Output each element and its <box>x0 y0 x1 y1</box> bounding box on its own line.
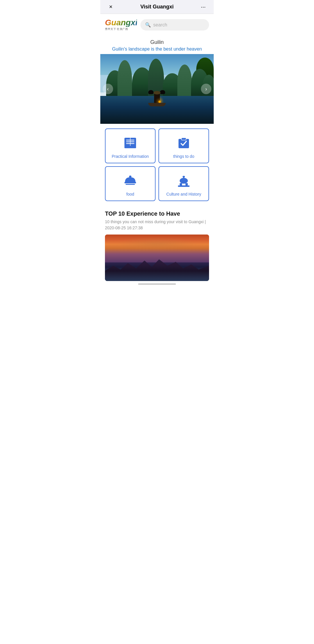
category-label-culture-history: Culture and History <box>166 192 201 196</box>
city-info: Guilin Guilin's landscape is the best un… <box>100 35 214 54</box>
svg-rect-10 <box>181 138 186 140</box>
category-grid: Practical Information things to do <box>100 124 214 206</box>
checklist-icon <box>176 135 192 151</box>
top10-subtitle: 10 things you can not miss during your v… <box>105 219 209 231</box>
search-bar[interactable]: 🔍 search <box>140 19 209 31</box>
search-icon: 🔍 <box>145 22 151 28</box>
city-name: Guilin <box>105 39 209 45</box>
home-indicator <box>100 281 214 286</box>
nav-bar: × Visit Guangxi ··· <box>100 0 214 14</box>
header: Guangxi 秀甲天下 壮美广西 🔍 search <box>100 14 214 35</box>
category-card-practical-info[interactable]: Practical Information <box>105 128 156 163</box>
svg-rect-1 <box>124 146 136 148</box>
logo-text: Guangxi <box>105 19 137 27</box>
svg-rect-12 <box>124 182 136 183</box>
svg-point-11 <box>129 176 131 178</box>
logo: Guangxi 秀甲天下 壮美广西 <box>105 19 137 31</box>
home-bar <box>138 283 176 285</box>
svg-rect-13 <box>126 184 135 185</box>
category-card-culture-history[interactable]: Culture and History <box>158 166 209 201</box>
top10-title: TOP 10 Experience to Have <box>105 210 209 217</box>
category-label-practical-info: Practical Information <box>112 154 149 159</box>
logo-subtitle: 秀甲天下 壮美广西 <box>105 27 137 31</box>
svg-point-18 <box>183 176 185 178</box>
top10-image[interactable] <box>105 235 209 281</box>
category-label-food: food <box>126 192 134 196</box>
top10-section: TOP 10 Experience to Have 10 things you … <box>100 206 214 281</box>
category-card-things-to-do[interactable]: things to do <box>158 128 209 163</box>
culture-icon <box>176 173 192 189</box>
category-card-food[interactable]: food <box>105 166 156 201</box>
svg-rect-14 <box>178 185 190 187</box>
close-icon[interactable]: × <box>106 3 115 10</box>
category-label-things-to-do: things to do <box>173 154 194 159</box>
search-placeholder: search <box>153 22 167 28</box>
city-tagline: Guilin's landscape is the best under hea… <box>105 46 209 52</box>
book-icon <box>122 135 138 151</box>
food-icon <box>122 173 138 189</box>
carousel-scene <box>100 54 214 124</box>
page-title: Visit Guangxi <box>140 4 174 10</box>
carousel-prev-button[interactable]: ‹ <box>103 84 113 94</box>
more-icon[interactable]: ··· <box>199 3 208 10</box>
carousel-next-button[interactable]: › <box>201 84 211 94</box>
hero-carousel: ‹ › <box>100 54 214 124</box>
